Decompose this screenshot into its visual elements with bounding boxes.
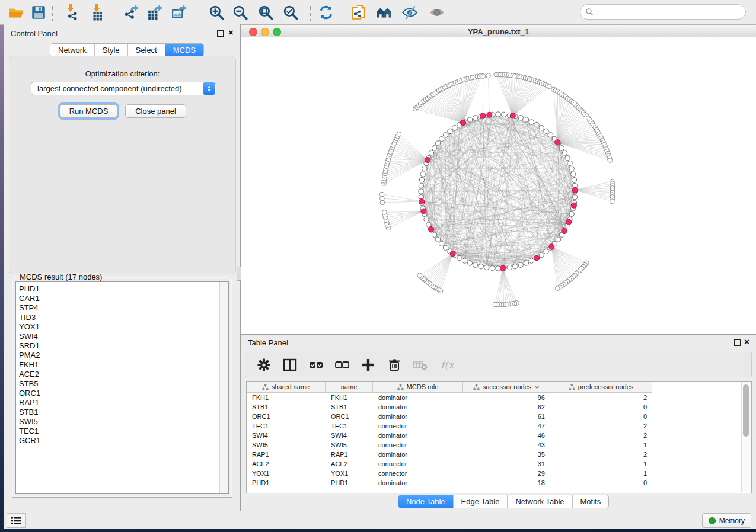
network-node[interactable]: [443, 245, 448, 250]
tab-node-table[interactable]: Node Table: [398, 495, 454, 508]
network-node[interactable]: [439, 136, 444, 141]
table-close-icon[interactable]: ×: [744, 339, 749, 345]
apply-layout-icon[interactable]: [316, 2, 336, 23]
network-node[interactable]: [571, 172, 576, 177]
mcds-result-item[interactable]: FKH1: [16, 360, 228, 370]
export-image-icon[interactable]: [170, 2, 190, 23]
network-node[interactable]: [432, 232, 436, 237]
mcds-list-scrollbar[interactable]: [219, 282, 228, 493]
close-panel-icon[interactable]: ×: [228, 30, 234, 36]
network-node[interactable]: [569, 166, 574, 171]
select-all-icon[interactable]: [307, 356, 325, 374]
show-selected-icon[interactable]: [427, 2, 447, 23]
network-node[interactable]: [548, 133, 553, 137]
network-node[interactable]: [493, 302, 497, 307]
network-node[interactable]: [435, 141, 440, 146]
mcds-result-item[interactable]: ACE2: [16, 370, 228, 379]
table-row[interactable]: ORC1ORC1dominator610: [247, 412, 652, 421]
mcds-result-item[interactable]: SWI4: [16, 332, 228, 341]
mcds-result-item[interactable]: PMA2: [16, 351, 228, 360]
network-node[interactable]: [539, 125, 544, 130]
network-node[interactable]: [559, 146, 564, 150]
table-row[interactable]: TEC1TEC1connector472: [247, 421, 652, 431]
mcds-result-item[interactable]: TEC1: [16, 427, 228, 436]
network-node[interactable]: [467, 117, 472, 122]
network-node[interactable]: [473, 262, 478, 267]
mcds-node[interactable]: [421, 209, 426, 214]
network-node[interactable]: [419, 189, 423, 194]
search-input[interactable]: [580, 4, 746, 20]
tab-mcds[interactable]: MCDS: [165, 44, 203, 56]
network-node[interactable]: [379, 192, 384, 197]
add-column-icon[interactable]: [359, 356, 377, 374]
network-titlebar[interactable]: YPA_prune.txt_1: [241, 25, 756, 37]
criterion-select[interactable]: largest connected component (undirected)…: [31, 82, 216, 95]
mcds-result-item[interactable]: GCR1: [16, 436, 228, 446]
network-node[interactable]: [473, 116, 478, 120]
duplicate-network-icon[interactable]: [349, 2, 369, 23]
mcds-result-item[interactable]: ORC1: [16, 389, 228, 398]
tab-motifs[interactable]: Motifs: [573, 495, 609, 508]
network-node[interactable]: [429, 150, 433, 155]
network-canvas[interactable]: [241, 37, 756, 334]
tab-select[interactable]: Select: [128, 44, 165, 56]
network-node[interactable]: [518, 116, 523, 120]
network-node[interactable]: [544, 129, 548, 133]
network-node[interactable]: [397, 132, 401, 137]
table-row[interactable]: SWI5SWI5connector431: [247, 440, 652, 450]
network-node[interactable]: [567, 161, 572, 165]
network-node[interactable]: [479, 264, 483, 269]
network-node[interactable]: [462, 258, 467, 263]
table-row[interactable]: ACE2ACE2connector311: [247, 459, 652, 469]
network-node[interactable]: [565, 155, 570, 160]
table-row[interactable]: RAP1RAP1dominator352: [247, 450, 652, 459]
tab-network-table[interactable]: Network Table: [508, 495, 572, 508]
run-mcds-button[interactable]: Run MCDS: [60, 104, 117, 118]
mcds-result-item[interactable]: STB1: [16, 408, 228, 417]
network-node[interactable]: [569, 211, 574, 216]
network-node[interactable]: [529, 258, 534, 263]
table-row[interactable]: STB1STB1dominator620: [247, 402, 652, 412]
hide-selected-icon[interactable]: [400, 2, 420, 23]
show-column-panel-icon[interactable]: [281, 356, 299, 374]
network-node[interactable]: [484, 265, 489, 270]
export-table-icon[interactable]: [145, 2, 165, 23]
mcds-result-item[interactable]: TID3: [16, 313, 228, 322]
network-node[interactable]: [382, 210, 387, 215]
network-node[interactable]: [448, 129, 452, 133]
mcds-node[interactable]: [480, 113, 486, 118]
zoom-selected-icon[interactable]: [280, 2, 301, 23]
table-options-icon[interactable]: [255, 356, 273, 374]
network-node[interactable]: [572, 195, 577, 200]
network-node[interactable]: [432, 146, 436, 150]
network-node[interactable]: [467, 261, 472, 265]
mcds-node[interactable]: [425, 158, 430, 163]
mcds-node[interactable]: [428, 226, 433, 232]
table-row[interactable]: SWI4SWI4dominator462: [247, 431, 652, 440]
column-header-successor-nodes[interactable]: successor nodes: [463, 382, 550, 392]
mcds-result-list[interactable]: PHD1CAR1STP4TID3YOX1SWI4SRD1PMA2FKH1ACE2…: [15, 281, 229, 494]
mcds-result-item[interactable]: STP4: [16, 303, 228, 313]
network-node[interactable]: [539, 252, 544, 257]
network-node[interactable]: [556, 237, 560, 242]
network-node[interactable]: [420, 172, 425, 177]
memory-button[interactable]: Memory: [702, 513, 751, 528]
mcds-node[interactable]: [555, 140, 560, 145]
tab-network[interactable]: Network: [50, 44, 95, 56]
task-history-icon[interactable]: [7, 513, 26, 528]
network-node[interactable]: [424, 217, 429, 222]
network-node[interactable]: [481, 74, 486, 79]
network-node[interactable]: [513, 264, 518, 269]
network-node[interactable]: [524, 117, 528, 122]
mcds-node[interactable]: [510, 113, 515, 118]
column-header-MCDS-role[interactable]: MCDS role: [373, 382, 463, 392]
show-all-icon[interactable]: [374, 2, 394, 23]
mcds-result-item[interactable]: YOX1: [16, 322, 228, 332]
network-node[interactable]: [502, 112, 506, 117]
mcds-node[interactable]: [566, 219, 572, 225]
mcds-node[interactable]: [571, 203, 576, 208]
deselect-all-icon[interactable]: [333, 356, 351, 374]
mcds-result-item[interactable]: PHD1: [16, 284, 228, 294]
network-node[interactable]: [419, 183, 423, 188]
network-node[interactable]: [457, 255, 462, 260]
